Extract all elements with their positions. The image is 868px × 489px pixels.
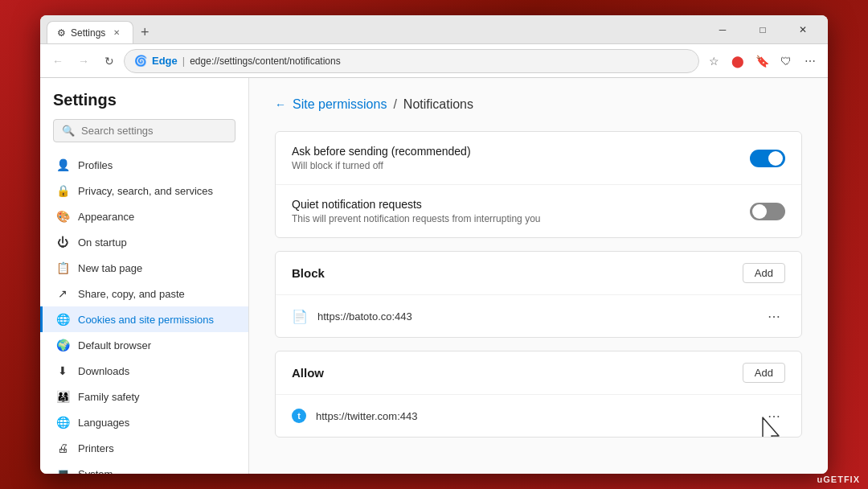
sidebar-header: Settings 🔍 [40,78,248,149]
content-area: ← Site permissions / Notifications Ask b… [249,78,828,474]
sidebar-item-languages[interactable]: 🌐 Languages [40,409,248,435]
sidebar-item-label: Privacy, search, and services [78,185,213,197]
sidebar-item-profiles[interactable]: 👤 Profiles [40,152,248,178]
sidebar-item-label: Languages [78,417,129,429]
twitter-more-button[interactable]: ⋯ [763,405,785,427]
toggle-thumb [752,204,767,219]
languages-icon: 🌐 [55,416,70,429]
page-header: ← Site permissions / Notifications [275,97,802,112]
sidebar-item-appearance[interactable]: 🎨 Appearance [40,203,248,229]
collections-button[interactable]: 🔖 [751,50,773,72]
sidebar-item-startup[interactable]: ⏻ On startup [40,229,248,255]
sidebar-nav: 👤 Profiles 🔒 Privacy, search, and servic… [40,149,248,474]
breadcrumb-separator: / [393,97,396,112]
quiet-notifications-toggle[interactable] [750,203,785,220]
twitter-row: t https://twitter.com:443 ⋯ [276,395,801,437]
sidebar-item-label: Share, copy, and paste [78,288,185,300]
search-icon: 🔍 [62,125,75,137]
toggle-thumb [768,151,783,166]
sidebar-item-label: Family safety [78,391,140,403]
block-section-title: Block [292,266,325,280]
new-tab-button[interactable]: + [133,21,156,43]
breadcrumb-current: Notifications [403,97,473,112]
maximize-button[interactable]: □ [744,18,781,41]
favorites-button[interactable]: ☆ [702,50,725,72]
sidebar-item-label: Cookies and site permissions [78,314,214,326]
sidebar-item-family[interactable]: 👨‍👩‍👧 Family safety [40,384,248,409]
sidebar: Settings 🔍 👤 Profiles 🔒 Privacy, search,… [40,78,249,474]
allow-section-header: Allow Add [276,351,801,395]
sidebar-item-label: New tab page [78,262,142,274]
block-add-button[interactable]: Add [743,263,785,283]
appearance-icon: 🎨 [55,210,70,223]
sidebar-item-new-tab[interactable]: 📋 New tab page [40,255,248,281]
sidebar-item-system[interactable]: 💻 System [40,461,248,474]
watermark: uGETFIX [817,475,860,484]
sidebar-item-label: Downloads [78,365,129,377]
sidebar-item-cookies[interactable]: 🌐 Cookies and site permissions [40,306,248,332]
printers-icon: 🖨 [55,442,70,454]
title-bar: ⚙ Settings ✕ + ─ □ ✕ [40,15,828,44]
ask-before-sending-toggle[interactable] [750,150,785,167]
system-icon: 💻 [55,467,70,474]
batoto-row: 📄 https://batoto.co:443 ⋯ [276,295,801,337]
extensions-button[interactable]: ⬤ [727,50,749,72]
startup-icon: ⏻ [55,236,70,249]
family-icon: 👨‍👩‍👧 [55,390,70,403]
sidebar-item-label: Default browser [78,339,151,351]
minimize-button[interactable]: ─ [704,18,741,41]
tab-area: ⚙ Settings ✕ + [47,15,704,43]
sidebar-item-label: Profiles [78,159,113,171]
sidebar-item-share[interactable]: ↗ Share, copy, and paste [40,281,248,306]
tab-title: Settings [71,27,105,39]
privacy-icon: 🔒 [55,184,70,197]
more-tools-button[interactable]: ⋯ [799,50,821,72]
address-url: edge://settings/content/notifications [190,55,340,67]
settings-tab[interactable]: ⚙ Settings ✕ [47,21,133,43]
batoto-icon: 📄 [292,309,308,324]
address-input[interactable]: 🌀 Edge | edge://settings/content/notific… [124,49,699,73]
ask-before-sending-title: Ask before sending (recommended) [292,145,750,158]
permissions-card: Ask before sending (recommended) Will bl… [275,131,802,238]
back-button[interactable]: ← [47,50,69,72]
quiet-notifications-title: Quiet notification requests [292,198,750,211]
address-bar: ← → ↻ 🌀 Edge | edge://settings/content/n… [40,44,828,78]
profiles-icon: 👤 [55,158,70,171]
batoto-more-button[interactable]: ⋯ [763,305,785,327]
toolbar-icons: ☆ ⬤ 🔖 🛡 ⋯ [702,50,821,72]
sidebar-item-label: Appearance [78,211,134,223]
quiet-notifications-desc: This will prevent notification requests … [292,213,750,224]
browser-brand: Edge [152,55,178,67]
share-icon: ↗ [55,287,70,300]
sidebar-item-printers[interactable]: 🖨 Printers [40,435,248,461]
block-section-header: Block Add [276,252,801,295]
allow-add-button[interactable]: Add [743,363,785,383]
allow-section-title: Allow [292,366,324,380]
close-button[interactable]: ✕ [784,18,821,41]
tab-close-button[interactable]: ✕ [110,27,123,39]
sidebar-item-label: Printers [78,442,114,454]
browser-window: ⚙ Settings ✕ + ─ □ ✕ ← → ↻ 🌀 Edge | [40,15,828,474]
quiet-notifications-info: Quiet notification requests This will pr… [292,198,750,224]
cookies-icon: 🌐 [55,313,70,326]
ask-before-sending-row: Ask before sending (recommended) Will bl… [276,132,801,184]
twitter-icon: t [292,409,306,423]
breadcrumb-link[interactable]: Site permissions [293,97,387,112]
forward-button[interactable]: → [72,50,95,72]
sidebar-title: Settings [53,91,235,109]
refresh-button[interactable]: ↻ [98,50,121,72]
sidebar-item-privacy[interactable]: 🔒 Privacy, search, and services [40,178,248,203]
sidebar-item-default-browser[interactable]: 🌍 Default browser [40,332,248,358]
downloads-icon: ⬇ [55,364,70,377]
back-button[interactable]: ← [275,98,286,111]
block-section-card: Block Add 📄 https://batoto.co:443 ⋯ [275,251,802,338]
browser-essentials-button[interactable]: 🛡 [775,50,797,72]
ask-before-sending-desc: Will block if turned off [292,160,750,171]
search-box[interactable]: 🔍 [53,119,235,142]
search-input[interactable] [81,125,227,137]
ask-before-sending-info: Ask before sending (recommended) Will bl… [292,145,750,171]
sidebar-item-downloads[interactable]: ⬇ Downloads [40,358,248,384]
window-controls: ─ □ ✕ [704,18,821,41]
new-tab-icon: 📋 [55,261,70,274]
address-separator: | [182,55,185,67]
